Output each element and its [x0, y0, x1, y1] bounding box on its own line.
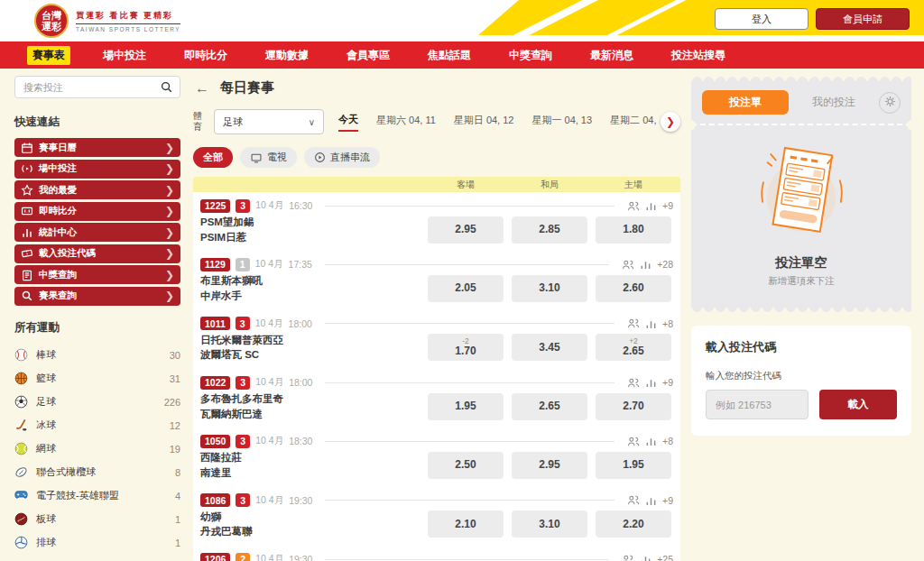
head-to-head-icon[interactable]	[627, 200, 640, 212]
back-button[interactable]: ←	[195, 80, 209, 97]
quick-link[interactable]: 賽事日曆 ❯	[14, 138, 180, 157]
odds-button[interactable]: 2.95	[512, 452, 587, 479]
head-to-head-icon[interactable]	[627, 317, 640, 329]
quick-link[interactable]: 統計中心 ❯	[14, 223, 180, 242]
match-id-badge[interactable]: 1086	[200, 493, 230, 507]
filter-pill[interactable]: 全部	[193, 147, 233, 168]
quick-link[interactable]: 中獎查詢 ❯	[14, 265, 180, 284]
nav-item-link[interactable]: 會員專區	[341, 46, 395, 65]
head-to-head-icon[interactable]	[627, 436, 640, 447]
stats-icon[interactable]	[645, 495, 657, 506]
match-teams[interactable]: 布里斯本獅吼 中岸水手	[200, 273, 420, 303]
tab-my-bets[interactable]: 我的投注	[799, 95, 868, 110]
date-tab[interactable]: 星期一 04, 13	[531, 114, 592, 131]
next-dates-button[interactable]: ❯	[661, 112, 680, 132]
nav-item-link[interactable]: 運動數據	[260, 46, 314, 65]
more-markets-link[interactable]: +8	[662, 318, 673, 329]
stats-icon[interactable]	[645, 200, 657, 211]
match-teams[interactable]: PSM望加錫 PSIM日惹	[200, 215, 420, 244]
sidebar-sport-item[interactable]: 電子競技-英雄聯盟 4	[14, 484, 180, 508]
filter-pill[interactable]: 電視	[240, 147, 297, 168]
odds-button[interactable]: 3.10	[512, 510, 587, 538]
sidebar-sport-item[interactable]: 聯合式橄欖球 8	[14, 461, 180, 484]
odds-button[interactable]: 3.10	[512, 275, 587, 302]
search-input[interactable]	[15, 77, 180, 97]
stats-icon[interactable]	[645, 377, 657, 388]
match-id-badge[interactable]: 1022	[200, 376, 230, 390]
odds-button[interactable]: -2 1.70	[428, 334, 504, 361]
nav-item-link[interactable]: 即時比分	[179, 46, 233, 65]
bet-code-input[interactable]	[706, 390, 808, 419]
odds-button[interactable]: 1.80	[596, 216, 671, 244]
stats-icon[interactable]	[640, 259, 651, 270]
match-teams[interactable]: 多布魯扎多布里奇 瓦爾納斯巴達	[200, 391, 420, 421]
brand-logo[interactable]: 台灣 運彩 買運彩 看比賽 更精彩 TAIWAN SPORTS LOTTERY	[34, 4, 180, 38]
head-to-head-icon[interactable]	[627, 377, 640, 389]
odds-button[interactable]: 2.70	[596, 393, 671, 420]
date-tab[interactable]: 星期日 04, 12	[454, 114, 514, 131]
stats-icon[interactable]	[640, 554, 651, 561]
sidebar-sport-item[interactable]: 冰球 12	[14, 414, 180, 437]
stats-icon[interactable]	[645, 436, 657, 446]
more-markets-link[interactable]: +9	[662, 377, 673, 388]
head-to-head-icon[interactable]	[622, 554, 634, 561]
odds-button[interactable]: 2.60	[596, 275, 671, 302]
odds-button[interactable]: 3.45	[512, 334, 587, 361]
stats-icon[interactable]	[645, 318, 657, 329]
nav-item-link[interactable]: 最新消息	[585, 46, 639, 65]
head-to-head-icon[interactable]	[627, 494, 640, 506]
more-markets-link[interactable]: +8	[662, 436, 673, 446]
nav-item-link[interactable]: 焦點話題	[422, 46, 476, 65]
odds-button[interactable]: 2.50	[428, 452, 504, 479]
match-id-badge[interactable]: 1050	[200, 435, 230, 448]
odds-button[interactable]: 1.95	[428, 393, 504, 420]
quick-link[interactable]: 場中投注 ❯	[14, 160, 180, 179]
signup-button[interactable]: 會員申請	[816, 8, 910, 30]
sidebar-sport-item[interactable]: 網球 19	[14, 437, 180, 461]
tab-betslip[interactable]: 投注單	[702, 90, 789, 115]
nav-item-link[interactable]: 場中投注	[97, 46, 152, 65]
odds-button[interactable]: 1.95	[596, 452, 671, 479]
load-code-button[interactable]: 載入	[819, 390, 897, 419]
date-tab[interactable]: 星期六 04, 11	[376, 114, 436, 131]
odds-button[interactable]: 2.10	[428, 510, 504, 538]
nav-item-active[interactable]: 賽事表	[27, 46, 70, 65]
settings-button[interactable]	[879, 92, 901, 114]
sidebar-sport-item[interactable]: 籃球 31	[14, 367, 180, 391]
match-teams[interactable]: 西隆拉莊 南達里	[200, 450, 420, 480]
sidebar-sport-item[interactable]: 排球 1	[14, 531, 180, 555]
match-id-badge[interactable]: 1011	[200, 317, 230, 330]
head-to-head-icon[interactable]	[622, 259, 634, 271]
match-id-badge[interactable]: 1206	[200, 553, 230, 561]
sidebar-sport-item[interactable]: 足球 226	[14, 391, 180, 414]
quick-link[interactable]: 載入投注代碼 ❯	[14, 244, 180, 263]
more-markets-link[interactable]: +25	[657, 554, 673, 561]
login-button[interactable]: 登入	[715, 8, 808, 30]
odds-button[interactable]: 2.95	[428, 216, 504, 244]
match-id-badge[interactable]: 1129	[200, 258, 230, 271]
sidebar-sport-item[interactable]: 棒球 30	[14, 344, 180, 367]
match-teams[interactable]: 幼獅 丹戎巴葛聯	[200, 510, 420, 539]
nav-item-link[interactable]: 中獎查詢	[504, 46, 558, 65]
match-id-badge[interactable]: 1225	[200, 199, 230, 213]
more-markets-link[interactable]: +28	[657, 259, 673, 270]
quick-link[interactable]: 我的最愛 ❯	[14, 180, 180, 199]
search-icon[interactable]	[160, 80, 173, 97]
filter-pill[interactable]: 直播串流	[304, 147, 380, 168]
quick-link[interactable]: 賽果查詢 ❯	[14, 287, 180, 306]
more-markets-link[interactable]: +9	[662, 495, 673, 506]
match-teams[interactable]: 日托米爾普萊西亞 波爾塔瓦 SC	[200, 333, 420, 363]
odds-button[interactable]: 2.85	[512, 216, 587, 244]
sidebar-sport-item[interactable]: 板球 1	[14, 508, 180, 531]
date-tab[interactable]: 星期二 04, 14	[610, 114, 659, 131]
chevron-right-icon: ❯	[165, 269, 174, 281]
more-markets-link[interactable]: +9	[662, 200, 673, 211]
date-tab[interactable]: 今天	[338, 113, 358, 132]
sport-select[interactable]: 足球 ∨	[214, 109, 324, 134]
odds-button[interactable]: 2.05	[428, 275, 504, 302]
odds-button[interactable]: +2 2.65	[596, 334, 671, 361]
nav-item-link[interactable]: 投注站搜尋	[666, 46, 731, 65]
quick-link[interactable]: 即時比分 ❯	[14, 202, 180, 221]
odds-button[interactable]: 2.65	[512, 393, 587, 420]
odds-button[interactable]: 2.20	[596, 510, 671, 538]
